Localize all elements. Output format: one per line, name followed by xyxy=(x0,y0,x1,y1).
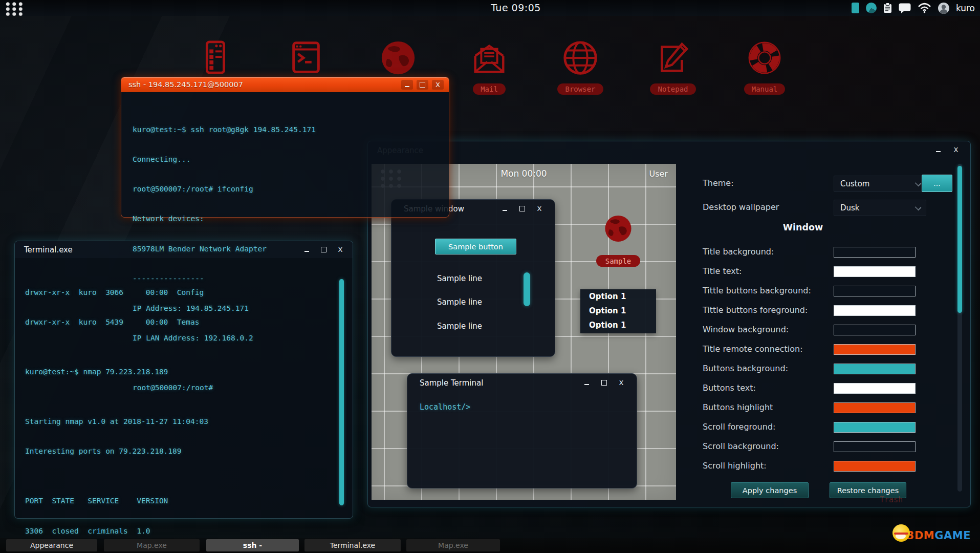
manual-icon xyxy=(745,39,785,79)
ssh-titlebar[interactable]: ssh - 194.85.245.171@500007 X xyxy=(121,77,449,92)
maximize-button[interactable] xyxy=(598,378,610,388)
color-swatch-title-buttons-background[interactable] xyxy=(834,286,916,296)
close-button[interactable]: X xyxy=(533,204,546,214)
color-swatch-title-buttons-foreground[interactable] xyxy=(834,305,916,316)
color-swatch-title-text[interactable] xyxy=(834,266,916,277)
wallpaper-select[interactable]: Dusk xyxy=(834,200,926,216)
taskbar-item-terminal[interactable]: Terminal.exe xyxy=(304,539,401,551)
ssh-window: ssh - 194.85.245.171@500007 X kuro@test:… xyxy=(121,77,449,218)
system-tray: kuro xyxy=(852,0,975,16)
color-swatch-window-background[interactable] xyxy=(834,325,916,335)
dropdown-option[interactable]: Option 1 xyxy=(580,318,656,332)
theme-more-button[interactable]: ... xyxy=(922,175,952,192)
color-swatch-buttons-highlight[interactable] xyxy=(834,402,916,413)
username-label: kuro xyxy=(956,3,975,13)
maximize-button[interactable] xyxy=(516,204,528,214)
desktop-icon-globe[interactable] xyxy=(370,39,426,81)
terminal-output-line: kuro@test:~$ ssh root@g8gk 194.85.245.17… xyxy=(133,125,316,135)
desktop-icon-browser[interactable]: Browser xyxy=(552,39,608,95)
notepad-icon xyxy=(653,39,693,79)
close-button[interactable]: X xyxy=(432,80,444,90)
sample-terminal-window: Sample Terminal X Localhost/> xyxy=(407,373,637,488)
color-swatch-title-background[interactable] xyxy=(834,247,916,258)
sample-line: Sample line xyxy=(421,297,498,307)
desktop-icon-notepad[interactable]: Notepad xyxy=(645,39,701,95)
browser-icon xyxy=(560,39,600,79)
theme-label: Theme: xyxy=(703,178,734,188)
clipboard-icon[interactable] xyxy=(883,3,892,13)
user-avatar-icon[interactable] xyxy=(938,3,949,14)
taskbar-item-map2[interactable]: Map.exe xyxy=(406,539,500,551)
color-row-label: Title background: xyxy=(703,247,774,257)
window-section-title: Window xyxy=(703,222,903,232)
desktop-icon-media[interactable] xyxy=(187,39,243,81)
media-player-icon xyxy=(195,39,235,79)
mascot-icon xyxy=(892,524,910,542)
terminal-output-line: Starting nmap v1.0 at 2018-11-27 11:04:0… xyxy=(25,417,213,427)
3dmgame-watermark: 3DM GAME xyxy=(892,524,971,542)
close-button[interactable]: X xyxy=(334,245,346,254)
color-swatch-scroll-highlight[interactable] xyxy=(834,461,916,472)
wallpaper-label: Desktop wallpaper xyxy=(703,202,779,212)
minimize-button[interactable] xyxy=(401,80,413,90)
preview-username: User xyxy=(649,169,668,179)
settings-scrollbar-thumb[interactable] xyxy=(957,166,962,313)
terminal-output-line: IP Address: 194.85.245.171 xyxy=(133,304,316,313)
desktop-icon-label: Notepad xyxy=(650,83,695,95)
terminal-app-icon xyxy=(286,39,326,79)
maximize-button[interactable] xyxy=(417,80,428,90)
wifi-icon[interactable] xyxy=(918,3,931,13)
dropdown-option[interactable]: Option 1 xyxy=(580,304,656,318)
app-launcher-button[interactable] xyxy=(5,2,23,16)
color-row-label: Buttons highlight xyxy=(703,402,773,412)
chevron-down-icon xyxy=(915,180,922,187)
theme-select[interactable]: Custom xyxy=(834,176,926,192)
minimize-button[interactable] xyxy=(580,378,593,388)
color-swatch-buttons-text[interactable] xyxy=(834,383,916,394)
terminal-output-line: PORT STATE SERVICE VERSION xyxy=(25,496,213,506)
sample-scrollbar[interactable] xyxy=(524,272,530,306)
mail-icon xyxy=(469,39,509,79)
taskbar-item-appearance[interactable]: Appearance xyxy=(6,539,97,551)
terminal-scrollbar[interactable] xyxy=(339,279,344,505)
desktop-icon-label: Browser xyxy=(557,83,603,95)
trash-label-showthrough: Trash xyxy=(880,495,903,504)
minimize-button[interactable] xyxy=(498,204,511,214)
desktop-icon-manual[interactable]: Manual xyxy=(736,39,793,95)
taskbar-item-map[interactable]: Map.exe xyxy=(104,539,200,551)
teal-rect-indicator-icon xyxy=(852,3,859,13)
color-swatch-scroll-background[interactable] xyxy=(834,441,916,452)
terminal-output-line: Connecting... xyxy=(133,155,316,164)
color-row-label: Title remote connection: xyxy=(703,344,803,354)
dropdown-option[interactable]: Option 1 xyxy=(580,289,656,304)
color-row-label: Buttons background: xyxy=(703,364,788,373)
top-bar: Tue 09:05 xyxy=(0,0,980,16)
teal-circle-indicator-icon xyxy=(866,3,877,13)
sample-icon-label: Sample xyxy=(596,255,640,267)
color-swatch-buttons-background[interactable] xyxy=(834,364,916,374)
apply-changes-button[interactable]: Apply changes xyxy=(731,482,809,498)
color-swatch-scroll-foreground[interactable] xyxy=(834,422,916,433)
close-button[interactable]: X xyxy=(950,145,962,155)
minimize-button[interactable] xyxy=(932,145,944,155)
chevron-down-icon xyxy=(915,204,922,211)
color-row-label: Scroll foreground: xyxy=(703,422,775,432)
settings-scrollbar-track[interactable] xyxy=(957,164,962,492)
terminal-output-line: 85978LM Bender Network Adapter xyxy=(133,244,316,254)
desktop-icon-terminal[interactable] xyxy=(278,39,334,81)
color-swatch-title-remote-connection[interactable] xyxy=(834,344,916,355)
watermark-text: GAME xyxy=(934,529,971,542)
terminal-output-line: IP LAN Address: 192.168.0.2 xyxy=(133,333,316,343)
taskbar-item-ssh[interactable]: ssh - xyxy=(206,539,299,551)
messages-icon[interactable] xyxy=(899,3,911,13)
maximize-button[interactable] xyxy=(317,245,330,254)
appearance-window: Appearance X Mon 00:00 User Sample windo… xyxy=(367,141,971,507)
theme-value: Custom xyxy=(840,179,869,188)
desktop-icon-mail[interactable]: Mail xyxy=(461,39,517,95)
sample-desktop-icon xyxy=(602,214,634,247)
color-row-label: Scroll background: xyxy=(703,441,779,451)
topbar-clock: Tue 09:05 xyxy=(439,2,593,13)
close-button[interactable]: X xyxy=(615,378,627,388)
sample-button[interactable]: Sample button xyxy=(435,239,516,254)
sample-line: Sample line xyxy=(421,322,498,331)
